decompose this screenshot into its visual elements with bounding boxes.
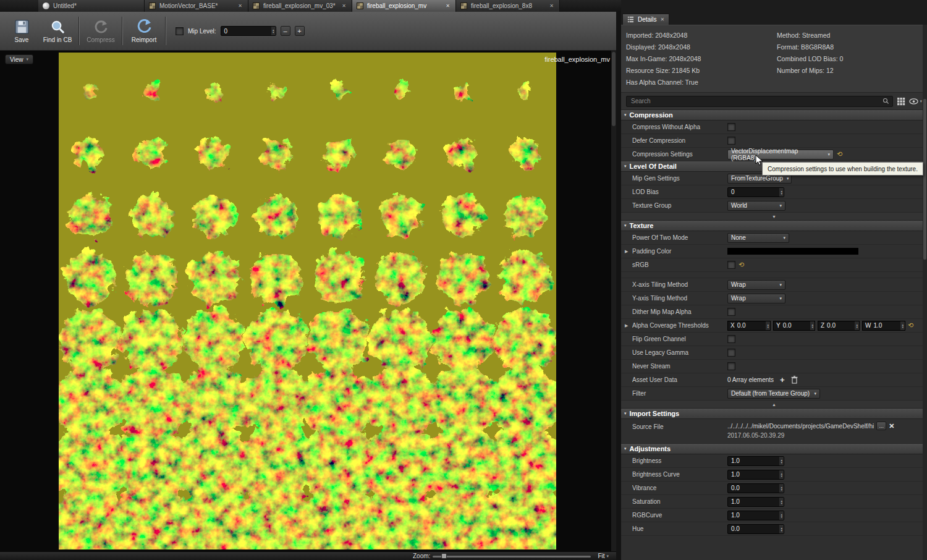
close-icon[interactable]: ✕ (661, 17, 665, 22)
chevron-down-icon: ▾ (779, 203, 782, 208)
vibrance-spinbox[interactable]: 0.0 ▴▾ (727, 483, 784, 493)
spinner-arrows-icon[interactable]: ▴▾ (810, 321, 815, 330)
fit-dropdown[interactable]: Fit ▾ (598, 553, 609, 559)
alpha-coverage-y-spinbox[interactable]: Y 0.0 ▴▾ (773, 321, 815, 331)
reset-to-default-icon[interactable]: ⟲ (837, 151, 842, 158)
never-stream-checkbox[interactable] (727, 362, 735, 370)
axis-y-label: Y (776, 322, 781, 329)
close-icon[interactable]: ✕ (548, 2, 555, 9)
save-button[interactable]: Save (4, 14, 40, 48)
zoom-slider-track[interactable] (433, 556, 591, 558)
browse-file-button[interactable]: ... (876, 422, 886, 430)
brightness-spinbox[interactable]: 1.0 ▴▾ (727, 456, 784, 466)
section-header-compression[interactable]: ▾ Compression (621, 110, 927, 121)
spinner-arrows-icon[interactable]: ▴▾ (766, 321, 770, 330)
texture-atlas[interactable] (59, 53, 556, 549)
saturation-spinbox[interactable]: 1.0 ▴▾ (727, 497, 784, 507)
spinner-arrows-icon[interactable]: ▴▾ (900, 321, 905, 330)
alpha-coverage-x-spinbox[interactable]: X 0.0 ▴▾ (727, 321, 771, 331)
alpha-coverage-w-spinbox[interactable]: W 1.0 ▴▾ (862, 321, 905, 331)
lod-bias-spinbox[interactable]: 0 ▴▾ (727, 187, 784, 197)
tab-fireball-explosion-mv[interactable]: fireball_explosion_mv ✕ (352, 0, 456, 12)
spinner-arrows-icon[interactable]: ▴▾ (271, 27, 276, 35)
details-scrollbar[interactable] (923, 25, 927, 560)
tab-motionvector-base[interactable]: MotionVector_BASE* ✕ (145, 0, 248, 12)
power-of-two-dropdown[interactable]: None ▾ (727, 233, 789, 243)
view-options-button[interactable]: ▾ (909, 98, 922, 104)
section-title: Level Of Detail (630, 163, 677, 170)
texture-asset-icon (357, 2, 363, 9)
details-list-icon (627, 16, 634, 23)
hide-advanced-expander[interactable]: ▲ (621, 401, 927, 409)
view-menu-button[interactable]: View ▾ (5, 54, 33, 64)
srgb-checkbox[interactable] (727, 261, 735, 269)
details-scrollbar-thumb[interactable] (923, 99, 926, 260)
section-collapse-icon: ▾ (624, 446, 627, 451)
reimport-button[interactable]: Reimport (126, 14, 162, 48)
filter-value: Default (from Texture Group) (731, 390, 810, 397)
details-search-box[interactable] (626, 96, 893, 107)
flip-green-checkbox[interactable] (727, 335, 735, 343)
tab-fireball-explosion-8x8[interactable]: fireball_explosion_8x8 ✕ (456, 0, 560, 12)
zoom-slider-handle[interactable] (441, 553, 447, 559)
close-icon[interactable]: ✕ (341, 2, 347, 9)
clear-file-icon[interactable]: ✕ (889, 422, 894, 430)
legacy-gamma-checkbox[interactable] (727, 349, 735, 357)
close-icon[interactable]: ✕ (444, 2, 451, 9)
source-file-path: ../../../../../mikel/Documents/projects/… (727, 423, 874, 430)
section-header-import-settings[interactable]: ▾ Import Settings (621, 409, 927, 419)
alpha-coverage-z-spinbox[interactable]: Z 0.0 ▴▾ (818, 321, 860, 331)
spinner-arrows-icon[interactable]: ▴▾ (779, 511, 784, 520)
spinner-arrows-icon[interactable]: ▴▾ (855, 321, 859, 330)
spinner-arrows-icon[interactable]: ▴▾ (779, 188, 784, 197)
reset-to-default-icon[interactable]: ⟲ (739, 261, 744, 268)
brightness-label: Brightness (632, 457, 727, 464)
padding-color-swatch[interactable] (727, 248, 858, 255)
toolbar-separator (78, 17, 80, 45)
dither-checkbox[interactable] (727, 308, 735, 316)
search-icon (883, 98, 889, 104)
tab-fireball-explosion-mv-03[interactable]: fireball_explosion_mv_03* ✕ (248, 0, 352, 12)
viewport-scrollbar-thumb[interactable] (612, 52, 616, 126)
rgbcurve-spinbox[interactable]: 1.0 ▴▾ (727, 511, 784, 520)
section-header-adjustments[interactable]: ▾ Adjustments (621, 444, 927, 454)
spinner-arrows-icon[interactable]: ▴▾ (779, 470, 784, 479)
spinner-arrows-icon[interactable]: ▴▾ (779, 498, 784, 506)
add-element-button[interactable]: + (780, 376, 785, 384)
mip-level-decrement-button[interactable]: – (281, 26, 290, 36)
section-header-texture[interactable]: ▾ Texture (621, 221, 927, 231)
y-tiling-dropdown[interactable]: Wrap ▾ (727, 294, 785, 303)
save-label: Save (15, 36, 29, 43)
defer-compression-checkbox[interactable] (727, 137, 735, 145)
show-advanced-expander[interactable]: ▼ (621, 213, 927, 221)
mip-level-spinbox[interactable]: 0 ▴▾ (221, 26, 276, 36)
mip-level-checkbox[interactable] (176, 27, 184, 35)
compress-without-alpha-checkbox[interactable] (727, 123, 735, 131)
column-grid-icon[interactable] (897, 97, 905, 106)
hue-spinbox[interactable]: 0.0 ▴▾ (727, 524, 784, 534)
compression-settings-dropdown[interactable]: VectorDisplacementmap (RGBA8) ▾ (727, 150, 834, 159)
details-search-input[interactable] (630, 97, 880, 105)
tabbar-spacer (0, 0, 38, 12)
viewport-scrollbar[interactable] (611, 51, 616, 551)
find-in-cb-button[interactable]: Find in CB (40, 14, 75, 48)
texture-viewport[interactable]: View ▾ fireball_explosion_mv Zoom: Fit ▾ (0, 51, 616, 560)
filter-dropdown[interactable]: Default (from Texture Group) ▾ (727, 389, 820, 399)
reset-to-default-icon[interactable]: ⟲ (908, 322, 913, 329)
spinner-arrows-icon[interactable]: ▴▾ (779, 484, 784, 493)
x-tiling-dropdown[interactable]: Wrap ▾ (727, 280, 785, 290)
row-brightness-curve: Brightness Curve 1.0 ▴▾ (621, 468, 927, 482)
brightness-curve-spinbox[interactable]: 1.0 ▴▾ (727, 470, 784, 480)
info-max-ingame: Max In-Game: 2048x2048 (626, 53, 774, 65)
texture-group-dropdown[interactable]: World ▾ (727, 201, 785, 211)
tab-untitled[interactable]: Untitled* (38, 0, 145, 12)
spinner-arrows-icon[interactable]: ▴▾ (779, 457, 784, 465)
mip-level-increment-button[interactable]: + (295, 26, 305, 36)
details-tab[interactable]: Details ✕ (622, 14, 669, 25)
compress-button[interactable]: Compress (83, 14, 119, 48)
expand-arrow-icon[interactable]: ▶ (625, 323, 628, 328)
trash-icon[interactable] (791, 376, 798, 384)
expand-arrow-icon[interactable]: ▶ (625, 249, 628, 254)
spinner-arrows-icon[interactable]: ▴▾ (779, 525, 784, 533)
close-icon[interactable]: ✕ (237, 2, 243, 9)
